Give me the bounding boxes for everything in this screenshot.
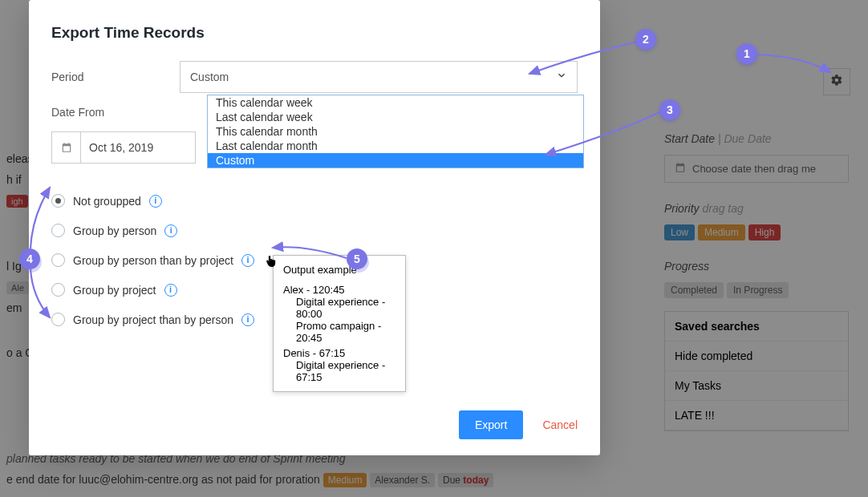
period-select[interactable]: Custom	[180, 61, 578, 93]
info-icon[interactable]: i	[241, 254, 254, 267]
dropdown-option-selected[interactable]: Custom	[208, 153, 583, 168]
dropdown-option[interactable]: This calendar month	[208, 124, 583, 139]
annotation-marker-2: 2	[635, 29, 656, 50]
info-icon[interactable]: i	[241, 313, 254, 326]
output-example-tooltip: Output example Alex - 120:45 Digital exp…	[273, 255, 406, 392]
annotation-marker-3: 3	[659, 99, 680, 120]
date-from-value: Oct 16, 2019	[81, 141, 161, 154]
period-label: Period	[51, 71, 180, 83]
annotation-marker-1: 1	[736, 43, 757, 64]
radio-label: Group by person than by project	[73, 254, 233, 267]
period-value: Custom	[190, 71, 229, 83]
period-dropdown: This calendar week Last calendar week Th…	[207, 95, 584, 168]
radio-label: Not groupped	[73, 195, 141, 208]
dropdown-option[interactable]: Last calendar week	[208, 110, 583, 124]
radio-by-person[interactable]	[51, 224, 65, 237]
date-from-input[interactable]: Oct 16, 2019	[51, 131, 196, 164]
radio-by-project-then-person[interactable]	[51, 313, 65, 326]
info-icon[interactable]: i	[164, 224, 177, 237]
tooltip-line: Denis - 67:15	[283, 347, 395, 359]
chevron-down-icon	[556, 70, 567, 84]
pointer-cursor-icon	[265, 254, 278, 273]
dialog-title: Export Time Records	[51, 24, 578, 42]
tooltip-line: Digital experience - 67:15	[283, 359, 395, 383]
export-button[interactable]: Export	[459, 410, 523, 439]
tooltip-line: Digital experience - 80:00	[283, 296, 395, 320]
radio-not-grouped[interactable]	[51, 194, 65, 208]
tooltip-line: Promo campaign - 20:45	[283, 320, 395, 344]
dropdown-option[interactable]: Last calendar month	[208, 139, 583, 153]
radio-label: Group by project	[73, 284, 156, 297]
radio-by-person-then-project[interactable]	[51, 253, 65, 267]
cancel-button[interactable]: Cancel	[542, 418, 578, 431]
export-time-records-dialog: Export Time Records Period Custom Date F…	[29, 0, 600, 455]
radio-by-project[interactable]	[51, 283, 65, 297]
calendar-icon	[52, 132, 81, 163]
annotation-marker-4: 4	[19, 248, 40, 269]
radio-label: Group by project than by person	[73, 313, 233, 326]
info-icon[interactable]: i	[164, 284, 177, 297]
radio-label: Group by person	[73, 224, 156, 237]
tooltip-line: Alex - 120:45	[283, 284, 395, 296]
tooltip-title: Output example	[283, 264, 395, 276]
dropdown-option[interactable]: This calendar week	[208, 95, 583, 110]
annotation-marker-5: 5	[347, 248, 367, 269]
date-from-label: Date From	[51, 106, 180, 119]
info-icon[interactable]: i	[149, 195, 162, 208]
